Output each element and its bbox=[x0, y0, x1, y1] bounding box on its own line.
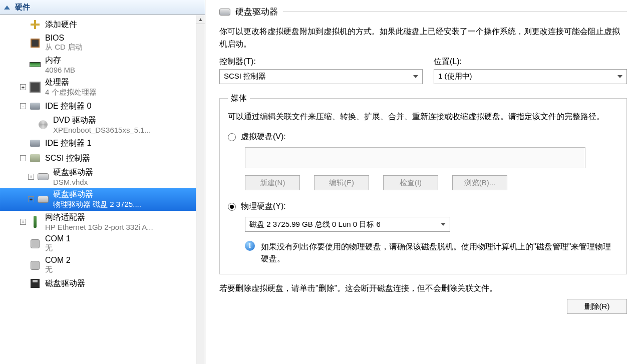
tree-item-label: BIOS bbox=[45, 34, 83, 43]
ram-icon bbox=[29, 62, 41, 67]
com-icon bbox=[29, 239, 41, 248]
hdd-icon bbox=[219, 9, 230, 16]
expand-icon[interactable]: + bbox=[28, 196, 34, 202]
hdd-icon bbox=[37, 196, 49, 203]
expand-icon[interactable]: + bbox=[20, 84, 26, 90]
controller-select[interactable]: SCSI 控制器 bbox=[219, 69, 423, 84]
tree-item-sub: DSM.vhdx bbox=[53, 178, 93, 186]
tree-item-3[interactable]: +处理器4 个虚拟处理器 bbox=[0, 76, 196, 99]
tree-item-sub: 从 CD 启动 bbox=[45, 43, 83, 52]
tree-item-sub: 4096 MB bbox=[45, 66, 75, 74]
tree-item-sub: HP Ethernet 1Gb 2-port 332i A... bbox=[45, 223, 153, 231]
controller-label: 控制器(T): bbox=[219, 57, 423, 67]
new-button[interactable]: 新建(N) bbox=[245, 175, 300, 190]
tree-item-label: COM 1 bbox=[45, 234, 71, 243]
ide-icon bbox=[29, 140, 41, 147]
info-text: 如果没有列出你要使用的物理硬盘，请确保该磁盘脱机。使用物理计算机上的"磁盘管理"… bbox=[261, 241, 618, 265]
tree-item-10[interactable]: +网络适配器HP Ethernet 1Gb 2-port 332i A... bbox=[0, 211, 196, 233]
tree-item-sub: 物理驱动器 磁盘 2 3725.... bbox=[53, 200, 141, 209]
cpu-icon bbox=[29, 83, 41, 92]
left-panel-header[interactable]: 硬件 bbox=[0, 0, 205, 15]
tree-item-label: DVD 驱动器 bbox=[53, 115, 151, 126]
info-icon: i bbox=[245, 241, 255, 251]
tree-item-label: 硬盘驱动器 bbox=[53, 167, 93, 178]
edit-button[interactable]: 编辑(E) bbox=[314, 175, 369, 190]
physical-disk-value: 磁盘 2 3725.99 GB 总线 0 Lun 0 目标 6 bbox=[249, 220, 381, 229]
vhd-radio-row[interactable]: 虚拟硬盘(V): bbox=[228, 132, 618, 142]
scsi-icon bbox=[29, 154, 41, 162]
tree-item-7[interactable]: -SCSI 控制器 bbox=[0, 151, 196, 166]
tree-item-5[interactable]: DVD 驱动器XPEnoboot_DS3615xs_5.1... bbox=[0, 114, 196, 136]
section-title: 硬盘驱动器 bbox=[235, 6, 278, 18]
delete-button[interactable]: 删除(R) bbox=[567, 299, 627, 314]
collapse-icon[interactable]: - bbox=[20, 155, 26, 161]
tree-item-6[interactable]: IDE 控制器 1 bbox=[0, 136, 196, 151]
delete-description: 若要删除虚拟硬盘，请单击"删除"。这会断开磁盘连接，但不会删除关联文件。 bbox=[219, 283, 627, 294]
vhd-radio[interactable] bbox=[228, 133, 236, 141]
tree-item-label: 添加硬件 bbox=[45, 20, 77, 30]
tree-item-0[interactable]: 添加硬件 bbox=[0, 17, 196, 32]
physical-radio-label: 物理硬盘(Y): bbox=[241, 201, 286, 212]
tree-item-8[interactable]: +硬盘驱动器DSM.vhdx bbox=[0, 166, 196, 188]
section-header: 硬盘驱动器 bbox=[219, 6, 627, 18]
tree-item-sub: XPEnoboot_DS3615xs_5.1... bbox=[53, 126, 151, 134]
expand-icon[interactable]: + bbox=[20, 219, 26, 225]
tree-item-label: 磁盘驱动器 bbox=[45, 278, 85, 289]
chevron-down-icon bbox=[617, 75, 622, 78]
tree-item-11[interactable]: COM 1无 bbox=[0, 233, 196, 254]
tree-item-sub: 4 个虚拟处理器 bbox=[45, 88, 97, 97]
tree-item-sub: 无 bbox=[45, 265, 71, 274]
ide-icon bbox=[29, 103, 41, 110]
tree-item-label: SCSI 控制器 bbox=[45, 153, 90, 164]
chevron-down-icon bbox=[413, 75, 418, 78]
tree-item-label: IDE 控制器 1 bbox=[45, 138, 91, 149]
media-group: 媒体 可以通过编辑关联文件来压缩、转换、扩展、合并、重新连接或收缩虚拟硬盘。请指… bbox=[219, 93, 627, 275]
physical-disk-select[interactable]: 磁盘 2 3725.99 GB 总线 0 Lun 0 目标 6 bbox=[245, 217, 450, 232]
location-label: 位置(L): bbox=[434, 57, 627, 67]
floppy-icon bbox=[29, 279, 41, 288]
collapse-icon[interactable] bbox=[4, 6, 10, 10]
divider bbox=[283, 12, 627, 12]
media-legend: 媒体 bbox=[228, 93, 250, 104]
nic-icon bbox=[29, 216, 41, 228]
tree-item-label: 处理器 bbox=[45, 77, 97, 88]
section-description: 你可以更改将虚拟硬盘附加到虚拟机的方式。如果此磁盘上已经安装了一个操作系统，则更… bbox=[219, 26, 627, 51]
controller-value: SCSI 控制器 bbox=[224, 72, 266, 81]
tree-scrollbar[interactable]: ▲ bbox=[196, 15, 205, 364]
chip-icon bbox=[29, 39, 41, 48]
left-header-title: 硬件 bbox=[15, 3, 30, 12]
tree-item-label: 硬盘驱动器 bbox=[53, 189, 141, 200]
right-panel: 硬盘驱动器 你可以更改将虚拟硬盘附加到虚拟机的方式。如果此磁盘上已经安装了一个操… bbox=[205, 0, 641, 364]
tree-item-sub: 无 bbox=[45, 243, 71, 253]
collapse-icon[interactable]: - bbox=[20, 103, 26, 109]
hdd-icon bbox=[37, 173, 49, 180]
tree-item-label: 内存 bbox=[45, 55, 75, 66]
info-row: i 如果没有列出你要使用的物理硬盘，请确保该磁盘脱机。使用物理计算机上的"磁盘管… bbox=[228, 241, 618, 265]
check-button[interactable]: 检查(I) bbox=[383, 175, 438, 190]
dvd-icon bbox=[37, 120, 49, 129]
tree-item-9[interactable]: +硬盘驱动器物理驱动器 磁盘 2 3725.... bbox=[0, 188, 196, 211]
left-panel: 硬件 添加硬件BIOS从 CD 启动内存4096 MB+处理器4 个虚拟处理器-… bbox=[0, 0, 205, 364]
tree-item-13[interactable]: 磁盘驱动器 bbox=[0, 276, 196, 291]
tree-item-label: COM 2 bbox=[45, 256, 71, 265]
tree-item-1[interactable]: BIOS从 CD 启动 bbox=[0, 32, 196, 54]
tree-item-12[interactable]: COM 2无 bbox=[0, 254, 196, 276]
expand-icon[interactable]: + bbox=[28, 174, 34, 180]
media-description: 可以通过编辑关联文件来压缩、转换、扩展、合并、重新连接或收缩虚拟硬盘。请指定该文… bbox=[228, 111, 618, 123]
tree-item-label: IDE 控制器 0 bbox=[45, 101, 91, 112]
vhd-path-input[interactable] bbox=[245, 147, 585, 168]
tree-item-label: 网络适配器 bbox=[45, 212, 153, 223]
tree-item-4[interactable]: -IDE 控制器 0 bbox=[0, 99, 196, 114]
hardware-tree: 添加硬件BIOS从 CD 启动内存4096 MB+处理器4 个虚拟处理器-IDE… bbox=[0, 15, 205, 364]
browse-button[interactable]: 浏览(B)... bbox=[452, 175, 507, 190]
chevron-down-icon bbox=[441, 223, 446, 226]
scroll-up-icon[interactable]: ▲ bbox=[196, 15, 205, 24]
tree-item-2[interactable]: 内存4096 MB bbox=[0, 54, 196, 76]
physical-radio[interactable] bbox=[228, 203, 236, 211]
com-icon bbox=[29, 261, 41, 270]
location-value: 1 (使用中) bbox=[438, 72, 472, 81]
plus-icon bbox=[29, 20, 41, 29]
physical-radio-row[interactable]: 物理硬盘(Y): bbox=[228, 201, 618, 212]
location-select[interactable]: 1 (使用中) bbox=[434, 69, 627, 84]
vhd-radio-label: 虚拟硬盘(V): bbox=[241, 132, 286, 142]
